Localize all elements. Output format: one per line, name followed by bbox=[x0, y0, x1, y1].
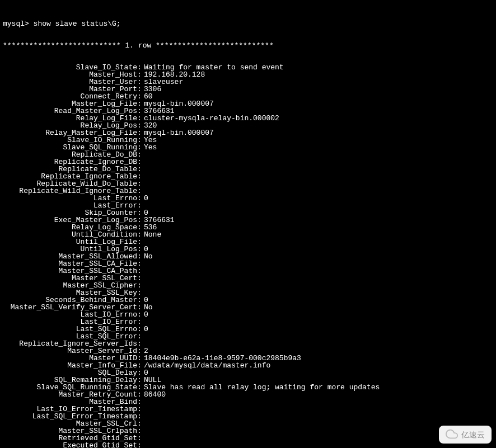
status-row: Last_IO_Errno: 0 bbox=[3, 311, 493, 318]
status-row: Master_User: slaveuser bbox=[3, 78, 493, 86]
status-row: Until_Log_File: bbox=[3, 238, 493, 246]
row-header: *************************** 1. row *****… bbox=[3, 42, 493, 49]
field-value: Slave has read all relay log; waiting fo… bbox=[144, 384, 380, 391]
field-value: cluster-mysqla-relay-bin.000002 bbox=[144, 115, 279, 122]
field-label: Executed_Gtid_Set bbox=[3, 442, 137, 448]
mysql-prompt: mysql> show slave status\G; bbox=[3, 20, 493, 27]
field-value: None bbox=[144, 231, 161, 238]
field-value: /wdata/mysql/data/master.info bbox=[144, 362, 270, 369]
status-fields: Slave_IO_State: Waiting for master to se… bbox=[3, 64, 493, 448]
status-row: Replicate_Wild_Ignore_Table: bbox=[3, 187, 493, 195]
status-row: Master_Info_File: /wdata/mysql/data/mast… bbox=[3, 362, 493, 369]
watermark-text: 亿速云 bbox=[461, 431, 485, 438]
field-separator: : bbox=[137, 442, 144, 448]
terminal-output[interactable]: mysql> show slave status\G; ************… bbox=[3, 6, 493, 448]
cloud-icon bbox=[446, 428, 458, 441]
status-row: Last_Error: bbox=[3, 202, 493, 209]
status-row: Master_Port: 3306 bbox=[3, 86, 493, 93]
status-row: Master_Retry_Count: 86400 bbox=[3, 391, 493, 398]
status-row: Master_Host: 192.168.20.128 bbox=[3, 71, 493, 78]
status-row: Slave_IO_State: Waiting for master to se… bbox=[3, 64, 493, 71]
watermark: 亿速云 bbox=[439, 426, 492, 444]
field-value: 86400 bbox=[144, 391, 166, 398]
status-row: Master_SSL_Verify_Server_Cert: No bbox=[3, 304, 493, 311]
status-row: Relay_Log_File: cluster-mysqla-relay-bin… bbox=[3, 115, 493, 122]
status-row: Last_Errno: 0 bbox=[3, 195, 493, 202]
status-row: Executed_Gtid_Set: bbox=[3, 442, 493, 448]
